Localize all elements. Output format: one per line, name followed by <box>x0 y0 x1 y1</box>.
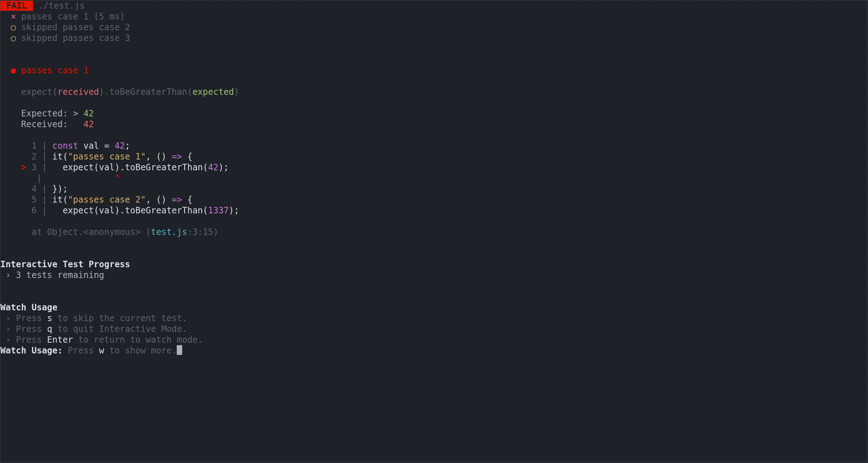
test-file-path: ./test.js <box>38 1 85 11</box>
result-marker-icon: × <box>11 11 16 22</box>
watch-key: q <box>47 324 52 334</box>
progress-line: › 3 tests remaining <box>0 270 104 280</box>
expected-line: Expected: > 42 <box>21 108 94 119</box>
watch-usage-list: › Press s to skip the current test. › Pr… <box>0 313 203 345</box>
code-frame: 1 | const val = 42; 2 | it("passes case … <box>0 141 239 216</box>
watch-key: Enter <box>47 335 73 345</box>
fail-bullet-icon: ● <box>11 65 16 75</box>
watch-usage-footer: Watch Usage: Press w to show more. <box>0 346 177 356</box>
test-results-list: × passes case 1 (5 ms) ○ skipped passes … <box>0 11 130 43</box>
stack-trace: at Object.<anonymous> (test.js:3:15) <box>32 227 218 237</box>
received-line: Received: 42 <box>21 119 94 129</box>
result-marker-icon: ○ <box>11 33 16 43</box>
terminal-output[interactable]: FAIL ./test.js × passes case 1 (5 ms) ○ … <box>0 0 867 462</box>
watch-key: s <box>47 313 52 323</box>
assertion-line: expect(received).toBeGreaterThan(expecte… <box>21 87 239 97</box>
progress-title: Interactive Test Progress <box>0 259 130 269</box>
failed-test-title: passes case 1 <box>21 65 89 75</box>
result-label: passes case 1 (5 ms) <box>21 11 125 22</box>
result-label: skipped passes case 2 <box>21 22 130 32</box>
fail-badge: FAIL <box>0 1 33 11</box>
terminal-cursor <box>177 345 182 355</box>
watch-usage-title: Watch Usage <box>0 302 57 312</box>
error-pointer-icon: > <box>21 162 26 172</box>
result-marker-icon: ○ <box>11 22 16 32</box>
result-label: skipped passes case 3 <box>21 33 130 43</box>
